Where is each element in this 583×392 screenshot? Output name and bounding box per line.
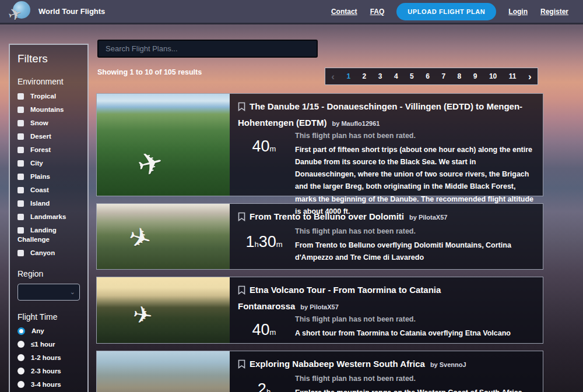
checkbox-icon[interactable]	[17, 227, 24, 234]
checkbox-icon[interactable]	[17, 200, 24, 207]
pagination-page-2[interactable]: 2	[361, 72, 368, 80]
flight-rating: This flight plan has not been rated.	[295, 315, 535, 323]
radio-1-2-hours[interactable]: 1-2 hours	[17, 354, 80, 362]
flight-title[interactable]: Etna Volcano Tour - From Taormina to Cat…	[238, 285, 441, 311]
flight-title[interactable]: The Danube 1/15 - Donaueschingen - Villi…	[238, 101, 522, 128]
radio-selected-icon[interactable]	[17, 327, 25, 335]
pagination-page-10[interactable]: 10	[487, 72, 498, 80]
checkbox-coast[interactable]: Coast	[17, 185, 80, 195]
flight-plan-card[interactable]: Exploring Nababeep Western South Africab…	[96, 351, 543, 392]
flight-author[interactable]: by PilotaX57	[409, 214, 447, 221]
flight-plan-card[interactable]: ✈ Etna Volcano Tour - From Taormina to C…	[96, 277, 543, 344]
checkbox-island[interactable]: Island	[17, 199, 80, 208]
checkbox-icon[interactable]	[17, 174, 24, 180]
radio-lte-1-hour[interactable]: ≤1 hour	[17, 340, 80, 348]
pagination-page-6[interactable]: 6	[424, 72, 431, 80]
checkbox-icon[interactable]	[17, 214, 24, 220]
pagination-page-1[interactable]: 1	[345, 72, 352, 80]
flight-author[interactable]: by Mauflo12961	[332, 120, 380, 127]
checkbox-mountains[interactable]: Mountains	[17, 105, 80, 114]
pagination-next-icon[interactable]: ›	[526, 72, 533, 82]
nav-link-login[interactable]: Login	[508, 8, 528, 16]
flight-rating: This flight plan has not been rated.	[295, 227, 535, 235]
brand-title: World Tour Flights	[38, 7, 105, 16]
checkbox-icon[interactable]	[17, 250, 24, 256]
flight-author[interactable]: by PilotaX57	[300, 303, 338, 310]
results-summary: Showing 1 to 10 of 105 results	[97, 68, 202, 76]
checkbox-icon[interactable]	[17, 93, 24, 100]
pagination: ‹ 1 2 3 4 5 6 7 8 9 10 11 ›	[325, 68, 538, 85]
region-section-label: Region	[17, 269, 80, 278]
radio-icon[interactable]	[17, 368, 24, 375]
flight-thumbnail[interactable]: ✈	[97, 277, 230, 343]
flight-time-section-label: Flight Time	[17, 312, 80, 322]
bookmark-icon[interactable]	[238, 101, 245, 116]
radio-icon[interactable]	[17, 381, 24, 388]
checkbox-forest[interactable]: Forest	[17, 145, 80, 154]
bookmark-icon[interactable]	[238, 211, 245, 226]
flight-duration: 1h30m	[238, 233, 290, 264]
flight-title[interactable]: Exploring Nababeep Western South Africa	[250, 359, 425, 369]
nav-link-contact[interactable]: Contact	[331, 8, 357, 16]
pagination-page-11[interactable]: 11	[507, 72, 518, 80]
pagination-page-8[interactable]: 8	[456, 72, 463, 80]
filters-title: Filters	[17, 52, 80, 65]
chevron-down-icon: ⌄	[70, 288, 75, 296]
pagination-page-3[interactable]: 3	[377, 72, 384, 80]
bookmark-icon[interactable]	[238, 285, 245, 299]
pagination-page-9[interactable]: 9	[472, 72, 479, 80]
environment-section-label: Environment	[17, 77, 80, 86]
flight-title[interactable]: From Trento to Belluno over Dolomiti	[250, 211, 404, 221]
pagination-page-7[interactable]: 7	[440, 72, 447, 80]
flight-thumbnail[interactable]: ✈	[97, 204, 230, 269]
flight-description: From Trento to Belluno overflying Dolomi…	[295, 239, 535, 264]
radio-2-3-hours[interactable]: 2-3 hours	[17, 367, 80, 375]
airplane-icon: ✈	[131, 301, 154, 330]
radio-3-4-hours[interactable]: 3-4 hours	[17, 380, 80, 389]
radio-any[interactable]: Any	[17, 327, 80, 335]
nav-link-faq[interactable]: FAQ	[370, 8, 385, 16]
flight-rating: This flight plan has not been rated.	[295, 375, 535, 383]
upload-flight-plan-button[interactable]: UPLOAD FLIGHT PLAN	[396, 3, 496, 20]
flight-thumbnail[interactable]	[97, 351, 230, 392]
airplane-icon: ✈	[125, 220, 156, 256]
filters-panel: Filters Environment Tropical Mountains S…	[9, 44, 89, 392]
flight-author[interactable]: by SvennoJ	[430, 361, 466, 368]
flight-rating: This flight plan has not been rated.	[295, 132, 535, 140]
radio-icon[interactable]	[17, 341, 24, 348]
flight-plan-card[interactable]: ✈ The Danube 1/15 - Donaueschingen - Vil…	[96, 93, 543, 196]
checkbox-landmarks[interactable]: Landmarks	[17, 212, 80, 221]
flight-thumbnail[interactable]: ✈	[97, 94, 230, 196]
flight-duration: 40m	[238, 321, 290, 340]
checkbox-icon[interactable]	[17, 187, 24, 193]
region-select[interactable]: ⌄	[17, 284, 80, 301]
radio-icon[interactable]	[17, 354, 24, 361]
checkbox-icon[interactable]	[17, 120, 24, 126]
checkbox-icon[interactable]	[17, 107, 24, 113]
airplane-icon: ✈	[134, 144, 167, 184]
checkbox-desert[interactable]: Desert	[17, 132, 80, 141]
pagination-page-4[interactable]: 4	[392, 72, 400, 80]
flight-plan-list: ✈ The Danube 1/15 - Donaueschingen - Vil…	[96, 93, 543, 392]
flight-duration: 2h	[238, 380, 290, 392]
checkbox-landing-challenge[interactable]: Landing Challenge	[17, 225, 80, 244]
pagination-prev-icon[interactable]: ‹	[329, 72, 336, 82]
checkbox-canyon[interactable]: Canyon	[17, 248, 80, 257]
bookmark-icon[interactable]	[238, 359, 245, 373]
checkbox-plains[interactable]: Plains	[17, 172, 80, 181]
checkbox-icon[interactable]	[17, 160, 24, 167]
checkbox-icon[interactable]	[17, 147, 24, 153]
nav-link-register[interactable]: Register	[540, 8, 568, 16]
search-input[interactable]	[97, 40, 318, 58]
flight-description: Explore the mountain range on the Wester…	[295, 387, 535, 392]
flight-plan-card[interactable]: ✈ From Trento to Belluno over Dolomitiby…	[96, 203, 543, 270]
checkbox-city[interactable]: City	[17, 158, 80, 168]
checkbox-tropical[interactable]: Tropical	[17, 91, 80, 101]
brand-logo: ✈	[8, 0, 34, 23]
checkbox-snow[interactable]: Snow	[17, 118, 80, 128]
flight-description: A short tour from Taormina to Catania ov…	[295, 327, 535, 340]
header: ✈ World Tour Flights Contact FAQ UPLOAD …	[0, 0, 583, 24]
pagination-page-5[interactable]: 5	[408, 72, 416, 80]
checkbox-icon[interactable]	[17, 133, 24, 140]
